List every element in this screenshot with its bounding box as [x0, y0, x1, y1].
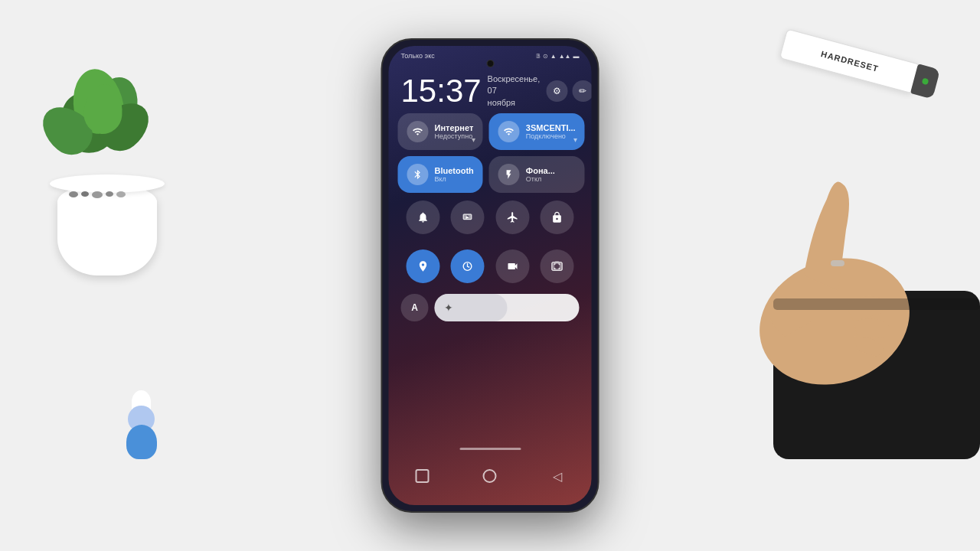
airplane-button[interactable]: [495, 201, 529, 234]
wifi-icon: [498, 121, 520, 142]
control-row-2: [389, 242, 592, 291]
wifi-tile-subtitle: Подключено: [526, 132, 576, 140]
screenshot-button[interactable]: [540, 249, 573, 283]
time-section: 15:37 Воскресенье, 07 ноября ⚙ ✏: [389, 67, 592, 113]
marker-brand-text: HARDRESET: [820, 49, 880, 73]
edit-button[interactable]: ✏: [572, 80, 591, 102]
internet-tile-subtitle: Недоступно: [435, 132, 474, 140]
bluetooth-tile-title: Bluetooth: [435, 166, 474, 175]
internet-tile-title: Интернет: [435, 123, 474, 132]
brightness-icon: ✦: [444, 302, 453, 314]
font-size-button[interactable]: A: [401, 294, 429, 321]
bluetooth-tile-subtitle: Вкл: [435, 175, 474, 183]
alarm-icon: ⊙: [543, 53, 548, 60]
location-button[interactable]: [407, 249, 440, 283]
screen-record-button[interactable]: [451, 201, 485, 234]
back-button[interactable]: ◁: [548, 467, 567, 485]
phone-screen: Только экс 𝔹 ⊙ ▲ ▲▲ ▬ 15:37 Вос: [389, 46, 592, 505]
video-button[interactable]: [495, 249, 529, 283]
bluetooth-tile[interactable]: Bluetooth Вкл: [398, 156, 483, 193]
wifi-tile[interactable]: 3SMCENTI... Подключено ▾: [489, 113, 585, 150]
bluetooth-icon: [407, 164, 429, 185]
navigation-bar: ◁: [389, 456, 592, 499]
home-indicator: [459, 448, 521, 450]
date-display: Воскресенье, 07 ноября: [488, 73, 541, 109]
front-camera: [486, 60, 494, 67]
brightness-slider[interactable]: ✦: [435, 294, 580, 321]
internet-icon: [407, 121, 429, 142]
phone: Только экс 𝔹 ⊙ ▲ ▲▲ ▬ 15:37 Вос: [381, 38, 599, 513]
recent-apps-button[interactable]: [413, 467, 432, 485]
wifi-tile-arrow: ▾: [573, 135, 577, 144]
bluetooth-status-icon: 𝔹: [536, 53, 541, 60]
phone-body: Только экс 𝔹 ⊙ ▲ ▲▲ ▬ 15:37 Вос: [381, 38, 599, 513]
sound-button[interactable]: [407, 201, 440, 234]
home-button[interactable]: [481, 467, 499, 485]
camera-area: [389, 60, 592, 67]
wifi-tile-title: 3SMCENTI...: [526, 123, 576, 132]
brightness-settings-button[interactable]: ⚙: [546, 80, 567, 102]
brightness-row: A ✦: [389, 291, 592, 324]
data-saver-button[interactable]: [451, 249, 485, 283]
plant-decoration: [23, 61, 191, 276]
date-line2: ноября: [488, 97, 541, 109]
internet-tile-arrow: ▾: [472, 135, 475, 144]
control-row-1: [389, 193, 592, 242]
flashlight-tile[interactable]: Фона... Откл: [489, 156, 585, 193]
date-line1: Воскресенье, 07: [488, 73, 541, 97]
internet-tile[interactable]: Интернет Недоступно ▾: [398, 113, 483, 150]
flashlight-tile-subtitle: Откл: [526, 175, 555, 183]
flashlight-tile-title: Фона...: [526, 166, 555, 175]
battery-icon: ▬: [573, 53, 580, 60]
time-display: 15:37: [401, 75, 482, 107]
wifi-status-icon: ▲: [550, 53, 557, 60]
lock-rotation-button[interactable]: [540, 201, 573, 234]
status-left-text: Только экс: [401, 52, 435, 60]
smurf-figurine: [119, 406, 165, 459]
quick-tiles: Интернет Недоступно ▾ 3SMCENTI... Подклю…: [389, 113, 592, 193]
signal-icon: ▲▲: [559, 53, 571, 60]
status-icons: 𝔹 ⊙ ▲ ▲▲ ▬: [536, 53, 580, 60]
flashlight-icon: [498, 164, 520, 185]
time-icons[interactable]: ⚙ ✏: [546, 80, 591, 102]
